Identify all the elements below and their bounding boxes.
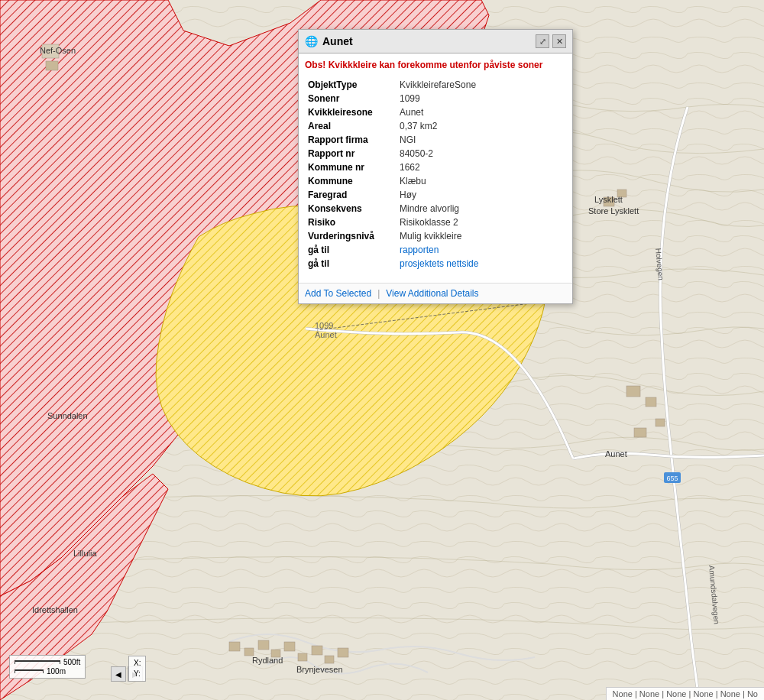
info-value[interactable]: rapporten [397,243,566,257]
info-value: Aunet [397,105,566,119]
info-value: 1662 [397,160,566,174]
info-row: Sonenr1099 [305,92,566,105]
info-row: Areal0,37 km2 [305,119,566,133]
popup-header[interactable]: 🌐 Aunet ⤢ ✕ [299,30,572,53]
info-row: FaregradHøy [305,188,566,202]
label-sunndalen: Sunndalen [47,411,88,420]
info-value: 0,37 km2 [397,119,566,133]
info-label: Rapport nr [305,147,397,160]
info-value: Risikoklasse 2 [397,216,566,229]
info-label: gå til [305,243,397,257]
info-value[interactable]: prosjektets nettside [397,257,566,271]
building-1 [626,386,640,397]
scale-ft: 500ft [63,658,80,666]
info-row: gå tilprosjektets nettside [305,257,566,271]
svg-rect-8 [258,640,269,650]
info-value: 84050-2 [397,147,566,160]
popup-title: Aunet [322,35,353,47]
info-popup: 🌐 Aunet ⤢ ✕ Obs! Kvikkkleire kan forekom… [298,29,573,304]
info-row: Kommune nr1662 [305,160,566,174]
add-to-selected-link[interactable]: Add To Selected [305,288,371,299]
label-brynjevesen: Brynjevesen [296,665,343,674]
info-label: Kommune nr [305,160,397,174]
coords-display: X: Y: [128,656,146,682]
info-value: Høy [397,188,566,202]
footer-separator: | [377,288,380,299]
label-store-lysklett: Store Lysklett [588,206,639,216]
info-label: Vurderingsnivå [305,229,397,243]
popup-body[interactable]: Obs! Kvikkkleire kan forekomme utenfor p… [299,53,572,283]
label-lysklett: Lysklett [594,195,623,204]
label-nef-osen: Nef-Osen [40,46,76,55]
x-label: X: [134,659,141,667]
svg-rect-7 [244,648,254,656]
view-additional-link[interactable]: View Additional Details [386,288,478,299]
info-label: Kvikkleiresone [305,105,397,119]
building-3 [634,428,646,437]
info-link[interactable]: prosjektets nettside [400,258,478,269]
close-button[interactable]: ✕ [552,34,566,48]
popup-footer: Add To Selected | View Additional Detail… [299,283,572,303]
nav-left-arrow[interactable]: ◀ [111,666,126,682]
info-row: KommuneKlæbu [305,174,566,188]
building-2 [646,397,656,407]
info-value: NGI [397,133,566,147]
info-label: gå til [305,257,397,271]
scale-bar: 500ft 100m [9,655,86,679]
info-label: Rapport firma [305,133,397,147]
info-row: VurderingsnivåMulig kvikkleire [305,229,566,243]
svg-text:655: 655 [666,475,678,482]
info-label: Kommune [305,174,397,188]
warning-text: Obs! Kvikkkleire kan forekomme utenfor p… [305,60,566,70]
info-label: Faregrad [305,188,397,202]
info-value: KvikkleirefareSone [397,78,566,92]
info-label: Sonenr [305,92,397,105]
info-row: gå tilrapporten [305,243,566,257]
scale-m: 100m [47,667,66,676]
svg-rect-6 [229,642,240,651]
label-idrettshallen: Idrettshallen [32,605,78,614]
svg-rect-13 [325,656,334,663]
info-label: ObjektType [305,78,397,92]
info-row: RisikoRisikoklasse 2 [305,216,566,229]
globe-icon: 🌐 [305,35,318,47]
info-table: ObjektTypeKvikkleirefareSoneSonenr1099Kv… [305,78,566,271]
info-value: Mindre alvorlig [397,202,566,216]
info-row: KonsekvensMindre alvorlig [305,202,566,216]
svg-rect-10 [284,642,295,651]
label-aunet: Aunet [605,449,627,459]
map-container: Holvegen Amundsdalvegen 655 Nef-Osen Lys… [0,0,764,700]
info-row: ObjektTypeKvikkleirefareSone [305,78,566,92]
info-label: Areal [305,119,397,133]
status-bar: None | None | None | None | None | No [606,687,764,700]
building-4 [656,419,665,426]
svg-rect-15 [46,61,58,70]
svg-rect-14 [338,648,348,657]
zone-label-name: Aunet [315,330,337,339]
svg-rect-11 [298,653,307,661]
info-row: Rapport nr84050-2 [305,147,566,160]
label-rydland: Rydland [252,656,283,665]
info-link[interactable]: rapporten [400,245,439,255]
info-value: Mulig kvikkleire [397,229,566,243]
info-value: Klæbu [397,174,566,188]
info-value: 1099 [397,92,566,105]
info-label: Konsekvens [305,202,397,216]
expand-button[interactable]: ⤢ [536,34,549,48]
info-row: Rapport firmaNGI [305,133,566,147]
info-label: Risiko [305,216,397,229]
svg-rect-12 [312,646,322,655]
y-label: Y: [134,669,141,678]
label-lillulia: Lillulia [73,549,97,558]
zone-label-number: 1099 [315,321,333,330]
info-row: KvikkleiresoneAunet [305,105,566,119]
